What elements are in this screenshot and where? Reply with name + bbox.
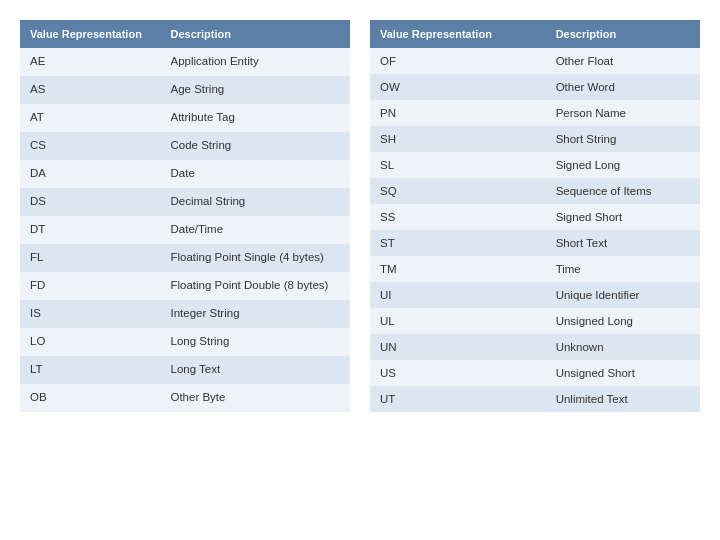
table-row: OBOther Byte [20,384,350,412]
code-cell: OF [370,48,546,74]
code-cell: SS [370,204,546,230]
code-cell: DA [20,160,160,188]
description-cell: Age String [160,76,350,104]
table-row: SSSigned Short [370,204,700,230]
code-cell: AT [20,104,160,132]
table-right: Value Representation Description OFOther… [370,20,700,412]
description-cell: Time [546,256,700,282]
description-cell: Signed Short [546,204,700,230]
description-cell: Decimal String [160,188,350,216]
description-cell: Sequence of Items [546,178,700,204]
description-cell: Unsigned Long [546,308,700,334]
code-cell: TM [370,256,546,282]
table-row: TMTime [370,256,700,282]
table-row: DSDecimal String [20,188,350,216]
code-cell: PN [370,100,546,126]
table-row: OWOther Word [370,74,700,100]
table-row: ASAge String [20,76,350,104]
table-row: UTUnlimited Text [370,386,700,412]
table-left: Value Representation Description AEAppli… [20,20,350,412]
code-cell: DS [20,188,160,216]
table-right-header-col1: Value Representation [370,20,546,48]
code-cell: CS [20,132,160,160]
table-row: LTLong Text [20,356,350,384]
table-row: SLSigned Long [370,152,700,178]
description-cell: Floating Point Double (8 bytes) [160,272,350,300]
code-cell: DT [20,216,160,244]
table-row: DTDate/Time [20,216,350,244]
code-cell: AE [20,48,160,76]
table-row: FLFloating Point Single (4 bytes) [20,244,350,272]
description-cell: Integer String [160,300,350,328]
description-cell: Date/Time [160,216,350,244]
description-cell: Unique Identifier [546,282,700,308]
code-cell: SL [370,152,546,178]
table-left-header-col1: Value Representation [20,20,160,48]
table-row: STShort Text [370,230,700,256]
table-row: FDFloating Point Double (8 bytes) [20,272,350,300]
table-left-header-col2: Description [160,20,350,48]
table-row: UNUnknown [370,334,700,360]
code-cell: LT [20,356,160,384]
tables-container: Value Representation Description AEAppli… [20,20,700,412]
description-cell: Unsigned Short [546,360,700,386]
code-cell: UT [370,386,546,412]
description-cell: Unlimited Text [546,386,700,412]
description-cell: Short Text [546,230,700,256]
table-row: AEApplication Entity [20,48,350,76]
code-cell: UI [370,282,546,308]
table-row: USUnsigned Short [370,360,700,386]
table-row: LOLong String [20,328,350,356]
description-cell: Attribute Tag [160,104,350,132]
description-cell: Signed Long [546,152,700,178]
table-row: SHShort String [370,126,700,152]
table-row: DADate [20,160,350,188]
table-row: ISInteger String [20,300,350,328]
code-cell: UN [370,334,546,360]
table-row: OFOther Float [370,48,700,74]
table-row: PNPerson Name [370,100,700,126]
code-cell: SQ [370,178,546,204]
table-row: CSCode String [20,132,350,160]
description-cell: Other Float [546,48,700,74]
code-cell: AS [20,76,160,104]
description-cell: Other Byte [160,384,350,412]
description-cell: Date [160,160,350,188]
code-cell: FL [20,244,160,272]
description-cell: Application Entity [160,48,350,76]
table-right-header-col2: Description [546,20,700,48]
description-cell: Floating Point Single (4 bytes) [160,244,350,272]
description-cell: Person Name [546,100,700,126]
code-cell: OW [370,74,546,100]
description-cell: Long String [160,328,350,356]
description-cell: Short String [546,126,700,152]
description-cell: Code String [160,132,350,160]
code-cell: FD [20,272,160,300]
code-cell: LO [20,328,160,356]
code-cell: OB [20,384,160,412]
table-row: ATAttribute Tag [20,104,350,132]
description-cell: Other Word [546,74,700,100]
table-row: SQSequence of Items [370,178,700,204]
description-cell: Unknown [546,334,700,360]
code-cell: SH [370,126,546,152]
code-cell: IS [20,300,160,328]
code-cell: UL [370,308,546,334]
table-row: ULUnsigned Long [370,308,700,334]
description-cell: Long Text [160,356,350,384]
code-cell: ST [370,230,546,256]
code-cell: US [370,360,546,386]
table-row: UIUnique Identifier [370,282,700,308]
